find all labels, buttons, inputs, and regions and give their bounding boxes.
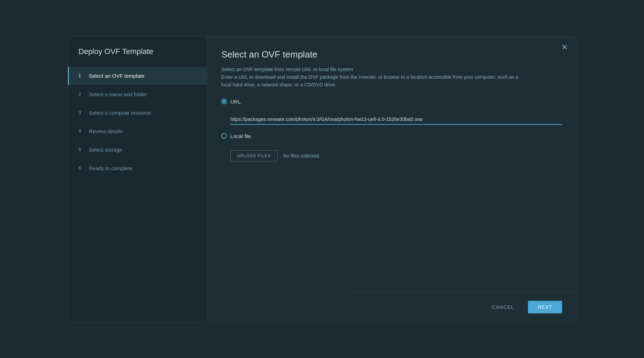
upload-files-button[interactable]: UPLOAD FILES — [230, 150, 278, 161]
description-line1: Select an OVF template from remote URL o… — [221, 66, 528, 73]
step-number-2: 2 — [78, 91, 84, 97]
cancel-button[interactable]: CANCEL — [484, 301, 523, 313]
sidebar-item-6[interactable]: 6 Ready to complete — [68, 159, 207, 177]
step-label-4: Review details — [89, 128, 123, 134]
local-file-radio[interactable] — [221, 133, 227, 139]
dialog-footer: CANCEL NEXT — [347, 292, 576, 322]
url-radio-label[interactable]: URL — [230, 99, 241, 105]
sidebar-item-5[interactable]: 5 Select storage — [68, 140, 207, 159]
sidebar-item-3[interactable]: 3 Select a compute resource — [68, 104, 207, 122]
close-button[interactable]: ✕ — [561, 44, 568, 51]
step-label-1: Select an OVF template — [89, 73, 144, 79]
step-label-6: Ready to complete — [89, 165, 132, 171]
step-number-3: 3 — [78, 110, 84, 115]
step-number-5: 5 — [78, 147, 84, 152]
content-title: Select an OVF template — [221, 49, 562, 60]
step-number-6: 6 — [78, 165, 84, 171]
main-content: ✕ Select an OVF template Select an OVF t… — [207, 37, 576, 322]
step-label-5: Select storage — [89, 147, 122, 153]
step-label-3: Select a compute resource — [89, 110, 151, 116]
description-line2: Enter a URL to download and install the … — [221, 73, 528, 89]
source-radio-group: URL Local file UPLOAD FILES No files sel… — [221, 99, 562, 161]
sidebar-title: Deploy OVF Template — [68, 47, 207, 67]
url-radio-option: URL — [221, 99, 562, 105]
sidebar-item-1[interactable]: 1 Select an OVF template — [68, 67, 207, 85]
local-file-radio-label[interactable]: Local file — [230, 133, 251, 139]
content-description: Select an OVF template from remote URL o… — [221, 66, 528, 89]
local-file-section: UPLOAD FILES No files selected. — [221, 150, 562, 161]
step-label-2: Select a name and folder — [89, 91, 147, 97]
sidebar: Deploy OVF Template 1 Select an OVF temp… — [68, 37, 207, 322]
sidebar-item-2[interactable]: 2 Select a name and folder — [68, 85, 207, 104]
local-file-radio-option: Local file — [221, 133, 562, 139]
url-input[interactable] — [230, 114, 562, 125]
step-number-1: 1 — [78, 73, 84, 78]
deploy-ovf-dialog: Deploy OVF Template 1 Select an OVF temp… — [68, 36, 576, 322]
url-input-wrapper — [221, 114, 562, 125]
step-number-4: 4 — [78, 128, 84, 134]
sidebar-item-4[interactable]: 4 Review details — [68, 122, 207, 140]
next-button[interactable]: NEXT — [528, 301, 562, 313]
url-radio[interactable] — [221, 99, 227, 104]
no-files-text: No files selected. — [283, 153, 321, 159]
